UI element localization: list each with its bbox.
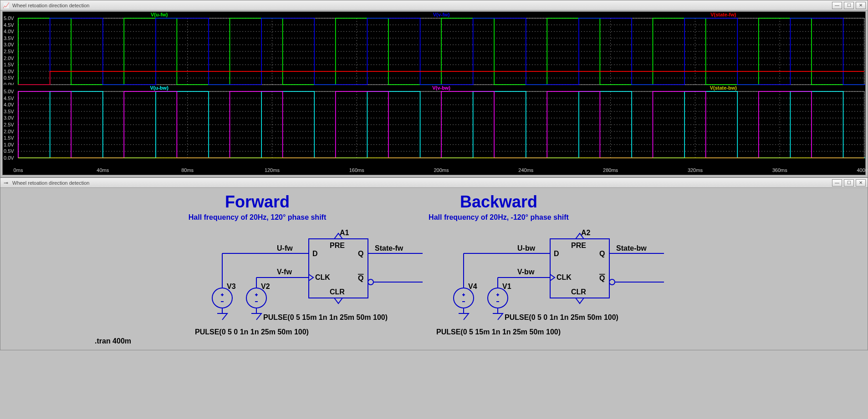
forward-subheading: Hall frequency of 20Hz, 120° phase shift <box>189 213 327 222</box>
maximize-button[interactable]: ☐ <box>844 179 854 187</box>
y-tick-label: 0.5V <box>4 75 14 81</box>
net-v-bw: V-bw <box>517 268 535 276</box>
y-tick-label: 1.5V <box>4 135 14 141</box>
waveform-window: 📈 Wheel retoation direction detection — … <box>0 0 868 177</box>
tran-directive: .tran 400m <box>95 337 131 345</box>
waveform-titlebar[interactable]: 📈 Wheel retoation direction detection — … <box>0 0 868 10</box>
pin-qn-bw: Q <box>599 274 605 282</box>
pin-pre-bw: PRE <box>571 242 586 249</box>
waveform-title: Wheel retoation direction detection <box>12 3 832 8</box>
net-u-fw: U-fw <box>277 244 293 252</box>
y-tick-label: 3.0V <box>4 42 14 47</box>
trace-label[interactable]: V(state-fw) <box>710 12 736 17</box>
pin-qn-fw: Q <box>358 274 363 282</box>
net-v-fw: V-fw <box>277 268 292 276</box>
schematic-titlebar[interactable]: ⊸ Wheel retoation direction detection — … <box>0 178 868 188</box>
plot-pane-backward[interactable]: 0.0V0.5V1.0V1.5V2.0V2.5V3.0V3.5V4.0V4.5V… <box>3 85 865 158</box>
y-tick-label: 4.5V <box>4 96 14 101</box>
y-tick-label: 4.0V <box>4 102 14 107</box>
net-u-bw: U-bw <box>517 244 536 252</box>
pin-q-bw: Q <box>599 250 605 257</box>
close-button[interactable]: ✕ <box>856 2 866 9</box>
y-tick-label: 1.5V <box>4 62 14 67</box>
x-tick-label: 80ms <box>181 167 194 173</box>
x-tick-label: 120ms <box>265 167 280 173</box>
ref-v3: V3 <box>227 283 236 290</box>
pulse-v2: PULSE(0 5 15m 1n 1n 25m 50m 100) <box>263 313 388 321</box>
pin-clk-bw: CLK <box>557 273 572 281</box>
ref-v1: V1 <box>502 283 511 290</box>
x-tick-label: 240ms <box>518 167 533 173</box>
trace-label[interactable]: V(v-bw) <box>432 85 450 91</box>
pulse-v3: PULSE(0 5 0 1n 1n 25m 50m 100) <box>195 328 309 336</box>
pin-clr-bw: CLR <box>571 288 586 296</box>
ref-A2: A2 <box>581 229 591 237</box>
maximize-button[interactable]: ☐ <box>844 2 854 9</box>
x-tick-label: 320ms <box>688 167 703 173</box>
trace-label[interactable]: V(u-bw) <box>150 85 168 91</box>
y-tick-label: 3.5V <box>4 109 14 114</box>
forward-heading: Forward <box>225 192 290 212</box>
y-tick-label: 3.5V <box>4 35 14 41</box>
trace-label[interactable]: V(v-fw) <box>433 12 450 17</box>
schematic-svg: A1 PRE D CLK CLR Q Q U-fw V-fw State-fw <box>2 189 866 348</box>
y-tick-label: 2.5V <box>4 49 14 54</box>
pin-clr-fw: CLR <box>330 288 345 296</box>
y-tick-label: 4.5V <box>4 22 14 28</box>
y-tick-label: 1.0V <box>4 69 14 74</box>
x-axis[interactable]: 0ms40ms80ms120ms160ms200ms240ms280ms320m… <box>3 167 865 175</box>
trace-label[interactable]: V(state-bw) <box>710 85 737 91</box>
pulse-v4: PULSE(0 5 15m 1n 1n 25m 50m 100) <box>436 328 561 336</box>
trace-label[interactable]: V(u-fw) <box>151 12 168 17</box>
pulse-v1: PULSE(0 5 0 1n 1n 25m 50m 100) <box>505 313 618 321</box>
y-tick-label: 1.0V <box>4 142 14 147</box>
y-tick-label: 5.0V <box>4 15 14 21</box>
x-tick-label: 160ms <box>349 167 364 173</box>
x-tick-label: 200ms <box>434 167 449 173</box>
y-tick-label: 2.0V <box>4 56 14 61</box>
y-tick-label: 5.0V <box>4 89 14 94</box>
x-tick-label: 360ms <box>772 167 787 173</box>
y-tick-label: 4.0V <box>4 29 14 34</box>
ltspice-wave-icon: 📈 <box>2 2 10 9</box>
pin-q-fw: Q <box>358 250 363 257</box>
minimize-button[interactable]: — <box>832 179 842 187</box>
pin-clk-fw: CLK <box>315 273 330 281</box>
ref-v2: V2 <box>261 283 270 290</box>
ltspice-schem-icon: ⊸ <box>2 179 10 187</box>
y-tick-label: 2.0V <box>4 129 14 134</box>
ref-A1: A1 <box>340 229 349 237</box>
y-tick-label: 3.0V <box>4 115 14 121</box>
pin-d-fw: D <box>312 250 318 257</box>
plot-pane-forward[interactable]: 0.0V0.5V1.0V1.5V2.0V2.5V3.0V3.5V4.0V4.5V… <box>3 12 865 85</box>
backward-heading: Backward <box>460 192 537 212</box>
pin-pre-fw: PRE <box>330 242 345 249</box>
net-state-bw: State-bw <box>616 244 647 252</box>
pin-d-bw: D <box>554 250 559 257</box>
plot-area[interactable]: 0.0V0.5V1.0V1.5V2.0V2.5V3.0V3.5V4.0V4.5V… <box>2 11 866 175</box>
x-tick-label: 40ms <box>97 167 109 173</box>
backward-subheading: Hall frequency of 20Hz, -120° phase shif… <box>429 213 569 222</box>
minimize-button[interactable]: — <box>832 2 842 9</box>
close-button[interactable]: ✕ <box>856 179 866 187</box>
net-state-fw: State-fw <box>375 244 403 252</box>
x-tick-label: 0ms <box>14 167 23 173</box>
schematic-area[interactable]: Forward Hall frequency of 20Hz, 120° pha… <box>2 189 866 348</box>
ref-v4: V4 <box>468 283 477 290</box>
y-tick-label: 2.5V <box>4 122 14 127</box>
schematic-title: Wheel retoation direction detection <box>12 180 832 186</box>
schematic-window: ⊸ Wheel retoation direction detection — … <box>0 177 868 350</box>
x-tick-label: 400ms <box>857 167 868 173</box>
y-tick-label: 0.5V <box>4 148 14 154</box>
x-tick-label: 280ms <box>603 167 618 173</box>
y-tick-label: 0.0V <box>4 155 14 161</box>
